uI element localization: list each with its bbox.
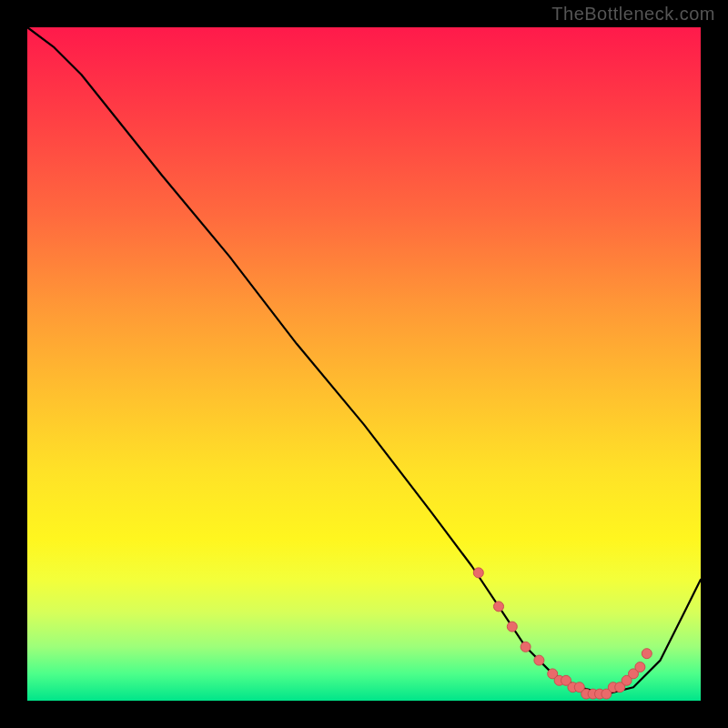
bottleneck-curve bbox=[27, 27, 701, 694]
marker-point bbox=[494, 602, 504, 612]
chart-frame: TheBottleneck.com bbox=[0, 0, 728, 728]
marker-point bbox=[507, 622, 517, 632]
marker-point bbox=[642, 649, 652, 659]
watermark-text: TheBottleneck.com bbox=[551, 4, 715, 25]
marker-group bbox=[473, 568, 652, 699]
curve-svg bbox=[27, 27, 701, 701]
gradient-plot-area bbox=[27, 27, 701, 701]
marker-point bbox=[534, 655, 544, 665]
marker-point bbox=[635, 662, 645, 672]
marker-point bbox=[473, 568, 483, 578]
marker-point bbox=[521, 642, 531, 652]
